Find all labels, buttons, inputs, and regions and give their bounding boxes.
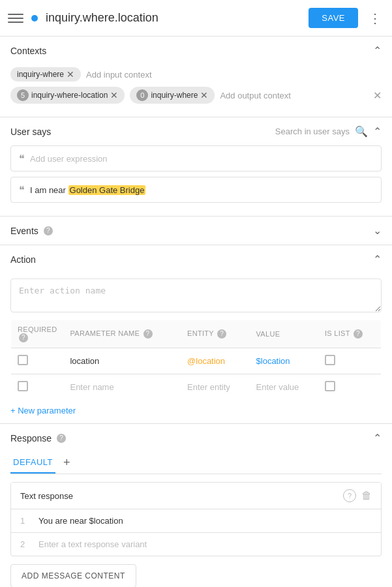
action-title: Action [10,254,36,265]
response-placeholder-2[interactable]: Enter a text response variant [38,539,147,549]
more-icon[interactable]: ⋮ [366,8,384,29]
params-table-header: REQUIRED ? PARAMETER NAME ? ENTITY ? VAL… [11,320,382,348]
param-row1-islist[interactable] [318,348,382,374]
param-row2-value[interactable]: Enter value [250,374,318,400]
events-title: Events [10,226,38,236]
events-chevron: ⌄ [373,224,382,237]
response-num-1: 1 [20,516,31,526]
is-list-checkbox-2[interactable] [325,381,335,391]
param-row1-value[interactable]: $location [250,348,318,374]
user-says-body: ❝ Add user expression ❝ I am near Golden… [0,145,392,216]
param-row1-entity[interactable]: @location [181,348,249,374]
expression-text-1: I am near Golden Gate Bridge [30,185,145,195]
contexts-title: Contexts [10,46,46,56]
app-header: inquiry.where.location SAVE ⋮ [0,0,392,37]
menu-icon[interactable] [8,10,23,26]
add-input-context[interactable]: Add input context [86,70,151,80]
user-says-search[interactable]: Search in user says 🔍 ⌃ [275,125,382,138]
param-row2-name[interactable]: Enter name [63,374,181,400]
output-context-row: 5 inquiry-where-location ✕ 0 inquiry-whe… [10,87,382,104]
output-context-tag2[interactable]: 0 inquiry-where ✕ [130,87,215,104]
response-info-icon[interactable]: ? [57,434,66,443]
search-placeholder-text: Search in user says [275,127,350,136]
output-context-tag1[interactable]: 5 inquiry-where-location ✕ [10,87,125,104]
input-context-row: inquiry-where ✕ Add input context [10,67,382,82]
col-entity: ENTITY ? [181,320,249,348]
output-row-close[interactable]: ✕ [373,89,382,102]
output-tag2-close[interactable]: ✕ [200,91,208,100]
page-title: inquiry.where.location [46,11,301,25]
action-section: Action ⌃ REQUIRED ? PARAMETER NAME ? ENT… [0,245,392,424]
expression-row-1[interactable]: ❝ I am near Golden Gate Bridge [10,177,382,203]
tab-add[interactable]: + [58,453,76,472]
events-info-icon[interactable]: ? [44,226,53,235]
user-says-header: User says Search in user says 🔍 ⌃ [0,117,392,145]
add-output-context[interactable]: Add output context [220,91,290,100]
text-response-card: Text response ? 🗑 1 You are near $locati… [10,482,382,556]
required-info-icon[interactable]: ? [19,333,28,342]
param-row1-name[interactable]: location [63,348,181,374]
is-list-info-icon[interactable]: ? [354,329,363,339]
output-tag2-num: 0 [136,89,148,101]
user-says-chevron: ⌃ [373,125,382,138]
entity-info-icon[interactable]: ? [217,329,226,339]
param-row2-entity[interactable]: Enter entity [181,374,249,400]
contexts-chevron: ⌃ [373,44,382,57]
response-title: Response [10,433,52,444]
expression-text-before: I am near [30,185,68,195]
action-body: REQUIRED ? PARAMETER NAME ? ENTITY ? VAL… [0,273,392,423]
status-dot [31,15,38,22]
response-text-1[interactable]: You are near $location [38,516,123,526]
parameters-table: REQUIRED ? PARAMETER NAME ? ENTITY ? VAL… [10,320,382,400]
output-tag1-label: inquiry-where-location [31,91,108,100]
contexts-body: inquiry-where ✕ Add input context 5 inqu… [0,65,392,117]
response-item-2: 2 Enter a text response variant [11,533,381,556]
contexts-section: Contexts ⌃ inquiry-where ✕ Add input con… [0,37,392,117]
response-tabs: DEFAULT + [10,452,382,474]
param-row2-islist[interactable] [318,374,382,400]
expression-highlight: Golden Gate Bridge [68,185,146,195]
required-checkbox-1[interactable] [18,355,28,365]
response-section: Response ? ⌃ DEFAULT + Text response ? 🗑… [0,424,392,587]
col-is-list: IS LIST ? [318,320,382,348]
add-expression-row[interactable]: ❝ Add user expression [10,145,382,172]
quote-icon-1: ❝ [19,184,25,196]
input-context-close[interactable]: ✕ [67,70,74,79]
text-response-header: Text response ? 🗑 [11,483,381,509]
param-row1-required[interactable] [11,348,64,374]
is-list-checkbox-1[interactable] [325,355,335,365]
text-response-title: Text response [20,491,73,501]
response-num-2: 2 [20,539,31,549]
col-value: VALUE [250,320,318,348]
save-button[interactable]: SAVE [309,8,358,28]
output-tag1-num: 5 [17,89,29,101]
new-parameter-button[interactable]: + New parameter [10,406,76,415]
col-param-name: PARAMETER NAME ? [63,320,181,348]
col-required: REQUIRED ? [11,320,64,348]
output-tag2-label: inquiry-where [151,91,198,100]
tab-default[interactable]: DEFAULT [10,452,55,474]
required-checkbox-2[interactable] [18,381,28,391]
input-context-label: inquiry-where [17,70,64,79]
events-section: Events ? ⌄ [0,217,392,245]
param-name-info-icon[interactable]: ? [143,329,153,339]
action-header[interactable]: Action ⌃ [0,245,392,273]
action-name-input[interactable] [10,278,382,312]
response-item-1: 1 You are near $location [11,509,381,533]
add-expression-placeholder: Add user expression [30,154,108,164]
response-chevron: ⌃ [373,432,382,444]
add-message-content-button[interactable]: ADD MESSAGE CONTENT [10,564,136,587]
response-header[interactable]: Response ? ⌃ [0,424,392,452]
delete-icon[interactable]: 🗑 [361,490,372,502]
input-context-tag[interactable]: inquiry-where ✕ [10,67,81,82]
output-tag1-close[interactable]: ✕ [110,91,118,100]
events-header[interactable]: Events ? ⌄ [0,217,392,245]
search-icon[interactable]: 🔍 [355,125,368,138]
param-row2-required[interactable] [11,374,64,400]
action-chevron: ⌃ [373,253,382,265]
text-response-icons: ? 🗑 [343,489,372,502]
help-icon[interactable]: ? [343,489,356,502]
response-body: DEFAULT + Text response ? 🗑 1 You are ne… [0,452,392,587]
param-row-2: Enter name Enter entity Enter value [11,374,382,400]
contexts-header[interactable]: Contexts ⌃ [0,37,392,65]
